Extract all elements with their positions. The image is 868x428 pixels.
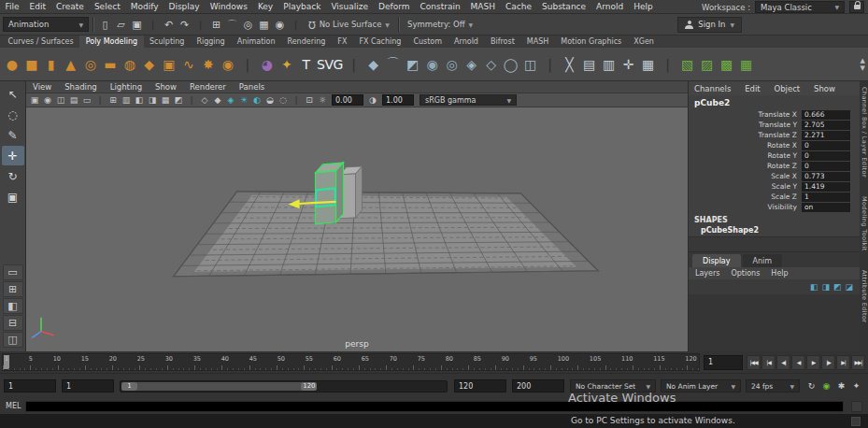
shelf-scroll-down-icon[interactable]: ▼ [861, 65, 865, 71]
channel-box-menu-item[interactable]: Object [775, 84, 801, 93]
animation-end-field[interactable]: 200 [512, 379, 564, 392]
play-backwards-button[interactable]: ◀ [791, 355, 805, 370]
ssao-icon[interactable]: ◒ [263, 94, 277, 107]
gamma-icon[interactable]: ◑ [366, 94, 379, 107]
textured-icon[interactable]: ◈ [224, 94, 237, 107]
layout-four-pane[interactable]: ⊞ [3, 281, 23, 297]
channel-label[interactable]: Scale Y [772, 182, 797, 191]
separator[interactable]: | [93, 94, 107, 107]
menu-item[interactable]: Visualize [326, 2, 374, 11]
animation-preferences-icon[interactable]: ✱ [834, 379, 848, 393]
snap-to-curve-icon[interactable]: ⌒ [224, 17, 240, 33]
step-back-key-button[interactable]: ◀| [776, 355, 790, 370]
channel-label[interactable]: Rotate Y [767, 151, 797, 160]
view-transform-selector[interactable]: sRGB gamma ▼ [420, 94, 517, 106]
menu-item[interactable]: Create [51, 2, 90, 11]
extrude-icon[interactable]: ◩ [403, 50, 422, 78]
motion-blur-icon[interactable]: ◌ [277, 94, 290, 107]
sidebar-vertical-tab[interactable]: Channel Box / Layer Editor [861, 87, 868, 178]
lock-camera-icon[interactable]: ◉ [41, 94, 54, 107]
channel-value-field[interactable]: 2.705 [802, 121, 850, 130]
range-start-handle[interactable]: 1 [121, 382, 137, 391]
multi-cut-icon[interactable]: ╳ [560, 50, 579, 78]
menu-item[interactable]: Key [252, 2, 277, 11]
channel-box-menu-item[interactable]: Edit [745, 84, 760, 93]
separator[interactable]: | [540, 50, 560, 78]
menu-item[interactable]: Cache [501, 2, 537, 11]
shaded-icon[interactable]: ◆ [211, 94, 224, 107]
bookmarks-icon[interactable]: ▤ [67, 94, 80, 107]
channel-label[interactable]: Scale Z [771, 193, 797, 201]
poly-platonic-icon[interactable]: ◆ [139, 50, 159, 78]
shelf-tab[interactable]: FX Caching [353, 36, 407, 48]
channel-value-field[interactable]: 1 [802, 193, 850, 202]
shelf-tab[interactable]: Motion Graphics [555, 36, 628, 48]
undo-icon[interactable]: ↶ [161, 17, 177, 33]
separate-icon[interactable]: ◇ [481, 50, 501, 78]
channel-value-field[interactable]: 1.419 [802, 182, 850, 192]
viewport-canvas[interactable]: persp [26, 107, 688, 351]
menu-item[interactable]: Display [164, 2, 205, 11]
channel-box-menu-item[interactable]: Channels [694, 84, 731, 93]
panel-menu-item[interactable]: Show [149, 82, 183, 92]
poly-disc-icon[interactable]: ◍ [120, 50, 139, 78]
poly-torus-icon[interactable]: ◎ [80, 50, 100, 78]
insert-edge-loop-icon[interactable]: ▤ [579, 50, 599, 78]
svg-tool-icon[interactable]: SVG [316, 50, 344, 78]
grid-toggle-icon[interactable]: ⊞ [107, 94, 120, 107]
use-all-lights-icon[interactable]: ☀ [237, 94, 250, 107]
animation-start-field[interactable]: 1 [4, 379, 56, 392]
shelf-tab[interactable]: Rendering [281, 36, 332, 48]
super-ellipse-icon[interactable]: ✦ [277, 50, 296, 78]
selected-node-name[interactable]: pCube2 [689, 95, 860, 109]
shelf-tab[interactable]: Sculpting [144, 36, 191, 48]
shadows-icon[interactable]: ◐ [250, 94, 263, 107]
mel-command-input[interactable] [25, 401, 844, 412]
move-tool[interactable]: ✛ [2, 146, 24, 165]
menu-item[interactable]: Edit [24, 2, 50, 11]
film-gate-icon[interactable]: ▥ [120, 94, 133, 107]
mirror-icon[interactable]: ◫ [520, 50, 540, 78]
gamma-field[interactable]: 1.00 [382, 94, 414, 106]
time-slider[interactable]: 1510152025303540455055606570758085909510… [2, 353, 700, 371]
menu-item[interactable]: Playback [278, 2, 326, 11]
anim-layer-selector[interactable]: No Anim Layer ▼ [661, 379, 741, 392]
poly-cone-icon[interactable]: ▲ [61, 50, 80, 78]
separator[interactable]: | [237, 50, 257, 78]
paint-select-tool[interactable]: ✎ [2, 125, 24, 145]
panel-menu-item[interactable]: Panels [233, 82, 271, 92]
shelf-tab[interactable]: Curves / Surfaces [2, 36, 79, 48]
step-forward-key-button[interactable]: |▶ [821, 355, 835, 370]
green-modeling-icon-4[interactable]: ▦ [736, 50, 756, 78]
channel-label[interactable]: Translate Z [758, 131, 797, 139]
workspace-selector[interactable]: Maya Classic ▼ [755, 1, 845, 13]
playback-range-bar[interactable]: 1 120 [121, 382, 317, 391]
combine-icon[interactable]: ◈ [462, 50, 481, 78]
gate-mask-icon[interactable]: ◨ [146, 94, 159, 107]
save-scene-icon[interactable]: ▣ [129, 17, 145, 33]
lasso-tool[interactable]: ◌ [2, 105, 24, 124]
separator[interactable]: | [290, 94, 303, 107]
channel-value-field[interactable]: 0 [802, 151, 850, 161]
menu-item[interactable]: Deform [374, 2, 415, 11]
separator[interactable]: | [288, 17, 304, 33]
go-to-start-button[interactable]: |◀◀ [747, 355, 761, 370]
menu-item[interactable]: Select [89, 2, 125, 11]
menu-item[interactable]: File [0, 2, 24, 11]
layer-sort-icon[interactable]: ◧ [810, 282, 818, 292]
make-live-icon[interactable]: ◉ [272, 17, 288, 33]
channel-label[interactable]: Rotate X [767, 141, 797, 150]
quick-help-icon[interactable] [851, 417, 861, 426]
separator[interactable]: | [192, 17, 208, 33]
poly-sphere-icon[interactable]: ● [2, 50, 21, 78]
layer-editor-menu-item[interactable]: Help [771, 269, 788, 278]
channel-value-field[interactable]: on [802, 203, 850, 212]
sign-in-button[interactable]: Sign In ▼ [677, 17, 742, 33]
layout-persp-outliner[interactable]: ◧ [3, 298, 23, 314]
range-end-handle[interactable]: 120 [301, 382, 317, 391]
go-to-end-button[interactable]: ▶▶| [851, 355, 865, 370]
smooth-icon[interactable]: ◯ [501, 50, 520, 78]
layout-single-pane[interactable]: ▭ [3, 264, 23, 280]
open-scene-icon[interactable]: ▱ [113, 17, 129, 33]
isolate-select-icon[interactable]: ⊡ [303, 94, 316, 107]
